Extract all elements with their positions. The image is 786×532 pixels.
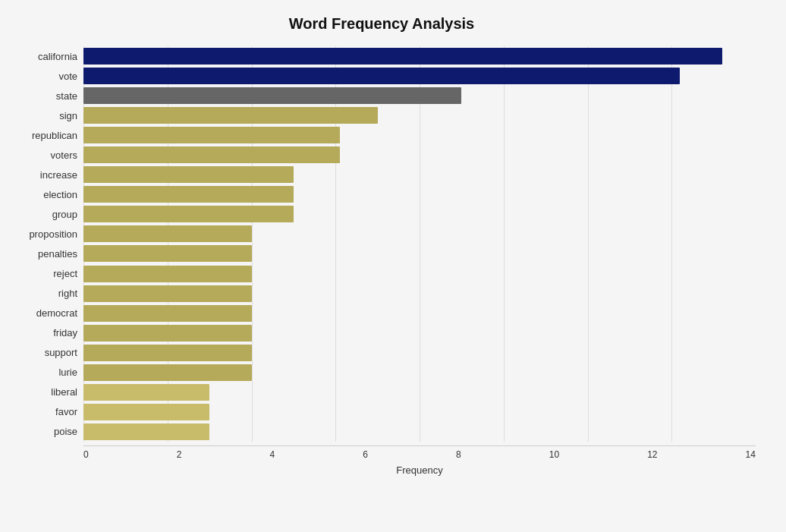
y-label-state: state [56,86,77,105]
y-label-poise: poise [54,422,77,442]
bar-increase [83,166,294,183]
bar-friday [83,325,252,342]
y-label-voters: voters [51,145,77,165]
y-label-friday: friday [53,323,77,343]
bar-reject [83,266,252,282]
x-tick-8: 8 [456,449,461,460]
bar-row-voters [83,145,756,165]
bar-right [83,285,252,302]
bar-row-lurie [83,363,756,382]
bar-row-vote [83,66,756,86]
y-axis-labels: californiavotestatesignrepublicanvotersi… [8,46,83,442]
bar-row-reject [83,264,756,284]
bar-row-group [83,204,756,224]
y-label-right: right [58,284,77,304]
bar-row-democrat [83,304,756,323]
bar-democrat [83,305,252,322]
bar-row-sign [83,105,756,125]
bar-row-election [83,184,756,204]
y-label-proposition: proposition [29,224,77,244]
bar-penalties [83,245,252,262]
x-tick-14: 14 [746,449,756,460]
y-label-democrat: democrat [36,304,77,323]
bar-row-republican [83,125,756,145]
bars-container [83,46,756,442]
bar-voters [83,146,340,163]
y-label-penalties: penalties [38,244,77,263]
x-tick-2: 2 [177,449,182,460]
bar-group [83,206,294,222]
x-tick-0: 0 [83,449,89,460]
bar-sign [83,107,378,124]
bar-election [83,186,294,203]
bar-row-increase [83,165,756,184]
bars-wrapper: 02468101214 Frequency [83,46,756,442]
bar-vote [83,68,680,84]
bar-row-california [83,46,756,66]
x-axis: 02468101214 Frequency [83,445,756,476]
chart-container: Word Frequency Analysis californiavotest… [0,0,786,532]
bar-proposition [83,225,252,242]
y-label-reject: reject [53,264,77,284]
bar-row-state [83,86,756,105]
y-label-california: california [38,46,77,66]
y-label-favor: favor [55,402,77,422]
bar-row-right [83,284,756,304]
x-axis-label: Frequency [83,464,756,476]
y-label-republican: republican [32,125,77,145]
x-ticks: 02468101214 [83,449,756,460]
bar-row-favor [83,402,756,422]
x-tick-4: 4 [270,449,275,460]
chart-title: Word Frequency Analysis [8,15,756,33]
bar-row-support [83,343,756,363]
bar-row-penalties [83,244,756,263]
y-label-election: election [43,184,77,204]
bar-support [83,345,252,361]
x-tick-6: 6 [363,449,368,460]
bar-row-liberal [83,382,756,402]
y-label-group: group [52,204,77,224]
x-tick-12: 12 [647,449,657,460]
y-label-liberal: liberal [51,382,77,402]
bar-republican [83,127,340,143]
bar-california [83,48,722,65]
y-label-increase: increase [40,165,77,184]
bar-favor [83,404,209,420]
bar-poise [83,423,209,440]
bar-row-proposition [83,224,756,244]
y-label-vote: vote [58,66,77,86]
x-tick-10: 10 [549,449,559,460]
y-label-support: support [45,343,77,363]
bar-liberal [83,384,209,401]
y-label-lurie: lurie [58,363,77,382]
bar-row-poise [83,422,756,442]
bar-state [83,87,461,104]
bar-row-friday [83,323,756,343]
y-label-sign: sign [59,105,77,125]
bar-lurie [83,364,252,381]
